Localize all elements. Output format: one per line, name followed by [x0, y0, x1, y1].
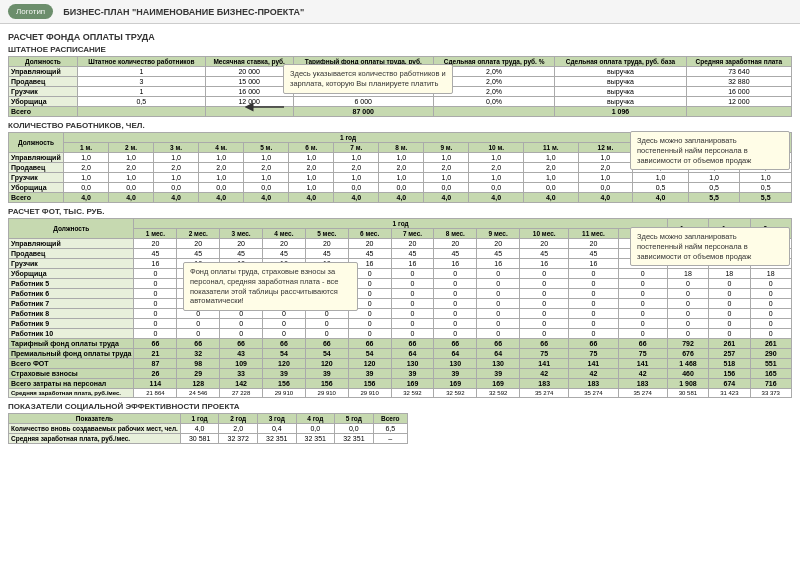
total-personnel-row: Всего затраты на персонал 114128142 1561… [9, 379, 792, 389]
col-y2: 2 год [219, 414, 258, 424]
avg-salary-row: Средняя заработная плата, руб./мес. 21 8… [9, 389, 792, 398]
col-y4: 4 год [296, 414, 335, 424]
table-row: Работник 8 000 000 000 000 000 [9, 309, 792, 319]
workers-title: КОЛИЧЕСТВО РАБОТНИКОВ, чел. [8, 121, 792, 130]
table-row: Работник 10 000 000 000 000 000 [9, 329, 792, 339]
col-y5: 5 год [335, 414, 374, 424]
col-pos: Должность [9, 219, 134, 239]
tooltip-workers: Здесь можно запланировать постепенный на… [630, 131, 790, 170]
col-year1: 1 год [64, 133, 633, 143]
col-indicator: Показатель [9, 414, 181, 424]
tariff-fot-row: Тарифный фонд оплаты труда 666666 666666… [9, 339, 792, 349]
col-staff-count: Штатное количество работников [77, 57, 205, 67]
col-position: Должность [9, 57, 78, 67]
total-row: Всего 4,04,04,0 4,04,04,0 4,04,04,0 4,04… [9, 193, 792, 203]
staffing-title: ШТАТНОЕ РАСПИСАНИЕ [8, 45, 792, 54]
table-row: Количество вновь создаваемых рабочих мес… [9, 424, 408, 434]
workers-section: КОЛИЧЕСТВО РАБОТНИКОВ, чел. Должность 1 … [8, 121, 792, 203]
table-row: Уборщица 0,00,00,0 0,00,01,0 0,00,00,0 0… [9, 183, 792, 193]
table-row: Уборщица 0,5 12 000 6 000 0,0% выручка 1… [9, 97, 792, 107]
col-monthly-rate: Месячная ставка, руб. [205, 57, 293, 67]
table-row: Работник 6 000 000 000 000 000 [9, 289, 792, 299]
header-title: БИЗНЕС-ПЛАН "НАИМЕНОВАНИЕ БИЗНЕС-ПРОЕКТА… [63, 7, 304, 17]
page-title: РАСЧЕТ ФОНДА ОПЛАТЫ ТРУДА [8, 32, 792, 42]
col-avg-salary: Средняя заработная плата [686, 57, 791, 67]
tooltip-staffing: Здесь указывается количество работников … [283, 64, 453, 94]
tooltip-fot-right: Здесь можно запланировать постепенный на… [630, 227, 790, 266]
tooltip-fot: Фонд оплаты труда, страховые взносы за п… [183, 262, 358, 311]
insurance-row: Страховые взносы 262933 393939 393939 42… [9, 369, 792, 379]
col-pos: Должность [9, 133, 64, 153]
logo-button[interactable]: Логотип [8, 4, 53, 19]
fot-section: РАСЧЕТ ФОТ, тыс. руб. Должность 1 год 1 … [8, 207, 792, 398]
premium-fot-row: Премиальный фонд оплаты труда 213243 545… [9, 349, 792, 359]
total-fot-row: Всего ФОТ 8798109 120120120 130130130 14… [9, 359, 792, 369]
table-row: Работник 5 000 000 000 000 000 [9, 279, 792, 289]
social-table: Показатель 1 год 2 год 3 год 4 год 5 год… [8, 413, 408, 444]
table-row: Средняя заработная плата, руб./мес. 30 5… [9, 434, 408, 444]
total-row: Всего 87 000 1 096 [9, 107, 792, 117]
col-total: Всего [373, 414, 407, 424]
arrow-icon [244, 97, 284, 117]
table-row: Работник 9 000 000 000 000 000 [9, 319, 792, 329]
col-piecework-base: Сдельная оплата труда, руб. база [555, 57, 686, 67]
table-row: Уборщица 000 000 000 000 181818 [9, 269, 792, 279]
col-year1-fot: 1 год [134, 219, 667, 229]
fot-title: РАСЧЕТ ФОТ, тыс. руб. [8, 207, 792, 216]
col-y3: 3 год [257, 414, 296, 424]
table-row: Работник 7 000 000 000 000 000 [9, 299, 792, 309]
social-section: Показатели социальной эффективности прое… [8, 402, 792, 444]
header: Логотип БИЗНЕС-ПЛАН "НАИМЕНОВАНИЕ БИЗНЕС… [0, 0, 800, 24]
staffing-section: ШТАТНОЕ РАСПИСАНИЕ Должность Штатное кол… [8, 45, 792, 117]
social-title: Показатели социальной эффективности прое… [8, 402, 792, 411]
table-row: Грузчик 1,01,01,0 1,01,01,0 1,01,01,0 1,… [9, 173, 792, 183]
col-y1: 1 год [180, 414, 219, 424]
